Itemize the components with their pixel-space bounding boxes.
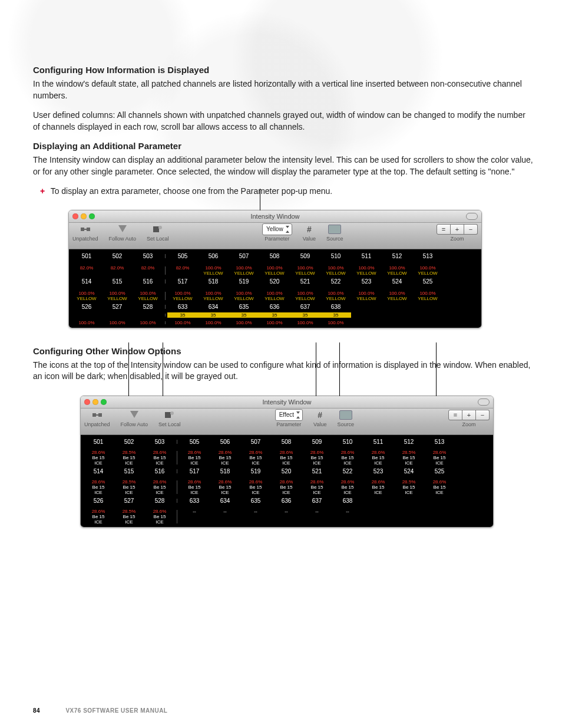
- grid-value: YELLOW: [229, 296, 259, 301]
- grid-value: 518: [210, 468, 240, 475]
- tool-source[interactable]: Source: [337, 410, 354, 427]
- grid-value: Be 15: [179, 485, 210, 490]
- channel-cell: [424, 496, 455, 505]
- tool-follow-auto[interactable]: Follow Auto: [121, 410, 148, 427]
- tool-unpatched[interactable]: Unpatched: [72, 224, 98, 242]
- window-pill-icon[interactable]: [478, 398, 490, 406]
- grid-value: --: [179, 509, 210, 514]
- channel-cell: 519: [240, 467, 271, 476]
- channel-cell: [363, 496, 394, 505]
- grid-value: 512: [382, 253, 412, 259]
- channel-cell: 525: [412, 277, 443, 286]
- grid-value: 28.6%: [179, 479, 210, 485]
- channel-cell: 100.0%YELLOW: [259, 289, 290, 302]
- hash-icon: #: [305, 225, 314, 234]
- tool-source[interactable]: Source: [326, 224, 343, 242]
- grid-value: 503: [144, 439, 175, 445]
- grid-value: 507: [229, 253, 259, 259]
- zoom-out-button[interactable]: −: [464, 224, 478, 235]
- grid-value: 82.0%: [167, 265, 198, 271]
- grid-value: 523: [363, 468, 394, 475]
- grid-value: 100.0%: [167, 320, 198, 325]
- grid-value: 503: [133, 253, 163, 259]
- grid-value: Be 15: [83, 514, 114, 519]
- grid-value: ICE: [144, 460, 175, 466]
- grid-value: 35: [167, 312, 198, 318]
- channel-cell: 515: [102, 277, 133, 286]
- grid-value: 527: [102, 304, 133, 310]
- channel-cell: 636: [271, 496, 302, 505]
- para-icons-top: The icons at the top of the Intensity wi…: [33, 360, 534, 383]
- grid-value: Be 15: [144, 514, 175, 519]
- channel-cell: 528: [144, 496, 175, 505]
- grid-value: 28.5%: [394, 450, 424, 455]
- grid-value: 510: [332, 439, 363, 445]
- grid-value: 28.5%: [114, 479, 144, 485]
- parameter-select[interactable]: Effect: [275, 409, 303, 421]
- manual-title: VX76 SOFTWARE USER MANUAL: [65, 707, 167, 714]
- channel-cell: 510: [332, 437, 363, 446]
- heading-other-options: Configuring Other Window Options: [33, 346, 534, 356]
- tool-set-local[interactable]: Set Local: [147, 224, 169, 242]
- grid-value: 633: [167, 304, 198, 310]
- channel-cell: 635: [240, 496, 271, 505]
- grid-value: 35: [198, 312, 229, 318]
- tool-set-local[interactable]: Set Local: [158, 410, 181, 427]
- channel-cell: 511: [351, 252, 382, 261]
- grid-value: 100.0%: [133, 291, 163, 296]
- channel-grid: 50150250350550650750850951051151251328.6…: [81, 435, 493, 527]
- channel-cell: 28.6%Be 15ICE: [144, 508, 175, 526]
- zoom-out-button[interactable]: −: [476, 410, 490, 420]
- grid-value: 501: [71, 253, 102, 259]
- channel-cell: 501: [83, 437, 114, 446]
- grid-value: ICE: [179, 460, 210, 466]
- channel-cell: 82.0%: [133, 264, 163, 277]
- grid-value: 28.6%: [332, 479, 363, 485]
- channel-cell: 513: [412, 252, 443, 261]
- channel-cell: 28.6%Be 15ICE: [210, 449, 240, 467]
- grid-value: 28.6%: [179, 450, 210, 455]
- channel-cell: 28.5%Be 15ICE: [114, 508, 144, 526]
- channel-cell: 28.6%Be 15ICE: [332, 449, 363, 467]
- grid-value: 524: [394, 468, 424, 475]
- grid-value: 638: [320, 304, 351, 310]
- grid-value: YELLOW: [259, 296, 290, 301]
- grid-value: 100.0%: [290, 265, 320, 271]
- grid-value: 521: [302, 468, 332, 475]
- grid-value: ICE: [363, 460, 394, 466]
- tool-follow-auto[interactable]: Follow Auto: [109, 224, 137, 242]
- grid-value: 526: [83, 498, 114, 504]
- grid-value: 518: [198, 278, 229, 285]
- grid-value: 517: [167, 278, 198, 285]
- parameter-select[interactable]: Yellow: [262, 223, 292, 235]
- channel-cell: 520: [271, 467, 302, 476]
- tool-unpatched[interactable]: Unpatched: [84, 410, 110, 427]
- grid-value: YELLOW: [320, 296, 351, 301]
- zoom-reset-button[interactable]: =: [448, 410, 462, 420]
- channel-cell: 100.0%YELLOW: [167, 289, 198, 302]
- zoom-reset-button[interactable]: =: [437, 224, 451, 235]
- grid-value: ICE: [302, 490, 332, 495]
- para-intensity-window: The Intensity window can display an addi…: [33, 154, 534, 177]
- channel-cell: 526: [71, 302, 102, 311]
- grid-value: Be 15: [302, 455, 332, 460]
- channel-cell: 527: [114, 496, 144, 505]
- tool-value[interactable]: # Value: [313, 410, 326, 427]
- channel-cell: 100.0%: [229, 319, 259, 327]
- hash-icon: #: [315, 410, 325, 420]
- grid-value: Be 15: [144, 455, 175, 460]
- plus-icon: +: [40, 186, 48, 196]
- grid-value: 505: [179, 439, 210, 445]
- zoom-in-button[interactable]: +: [462, 410, 476, 420]
- channel-cell: 524: [382, 277, 412, 286]
- zoom-in-button[interactable]: +: [451, 224, 464, 235]
- grid-value: 509: [302, 439, 332, 445]
- grid-value: Be 15: [424, 485, 455, 490]
- tool-value[interactable]: # Value: [303, 224, 316, 242]
- grid-value: Be 15: [210, 485, 240, 490]
- channel-cell: --: [240, 508, 271, 526]
- grid-value: 28.6%: [144, 450, 175, 455]
- window-pill-icon[interactable]: [466, 213, 478, 220]
- grid-value: YELLOW: [259, 271, 290, 276]
- grid-value: --: [302, 509, 332, 514]
